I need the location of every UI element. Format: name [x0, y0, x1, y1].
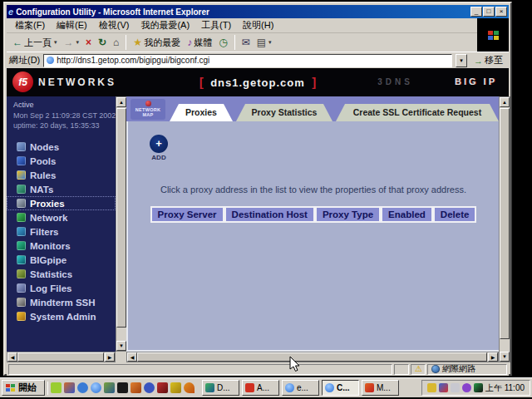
quicklaunch-icon[interactable] [51, 382, 62, 393]
sidebar-item-label: Rules [30, 170, 56, 180]
stop-button[interactable]: × [82, 37, 95, 48]
taskbar-window-button[interactable]: e... [282, 380, 319, 396]
taskbar-window-button[interactable]: A... [242, 380, 279, 396]
print-dropdown-icon[interactable]: ▾ [268, 39, 272, 46]
quick-launch [51, 382, 195, 393]
banner-link-3dns[interactable]: 3DNS [377, 77, 413, 86]
go-button[interactable]: → 移至 [470, 53, 506, 67]
sidebar-item-pools[interactable]: Pools [7, 154, 116, 168]
back-dropdown-icon[interactable]: ▾ [54, 39, 57, 46]
scroll-left-icon[interactable]: ◀ [7, 352, 17, 362]
status-pane [394, 364, 409, 375]
column-proxy-type[interactable]: Proxy Type [315, 206, 381, 223]
menu-favorites[interactable]: 我的最愛(A) [135, 18, 195, 32]
print-button[interactable]: ▤ ▾ [254, 37, 275, 48]
tab-proxy-statistics[interactable]: Proxy Statistics [236, 104, 332, 121]
tray-icon[interactable] [427, 383, 436, 392]
quicklaunch-icon[interactable] [157, 382, 168, 393]
forward-dropdown-icon[interactable]: ▾ [76, 39, 80, 46]
scroll-up-icon[interactable]: ▲ [500, 97, 510, 107]
scrollbar-thumb[interactable] [17, 352, 104, 362]
sidebar-hscrollbar[interactable]: ◀ ▶ [7, 352, 116, 362]
history-button[interactable]: ◷ [215, 37, 230, 48]
close-button[interactable]: × [495, 7, 507, 17]
scrollbar-thumb[interactable] [116, 108, 126, 328]
scroll-up-icon[interactable]: ▲ [116, 97, 126, 107]
column-proxy-server[interactable]: Proxy Server [150, 206, 224, 223]
quicklaunch-icon[interactable] [91, 382, 101, 393]
scroll-right-icon[interactable]: ▶ [488, 352, 498, 362]
rules-icon [17, 170, 26, 180]
start-button[interactable]: 開始 [2, 380, 45, 396]
quicklaunch-icon[interactable] [144, 382, 155, 393]
sidebar-item-nodes[interactable]: Nodes [7, 140, 116, 154]
scroll-down-icon[interactable]: ▼ [116, 341, 126, 351]
menu-tools[interactable]: 工具(T) [196, 18, 236, 32]
bigpipe-icon [17, 255, 26, 264]
quicklaunch-icon[interactable] [184, 382, 195, 393]
tray-icon[interactable] [474, 383, 483, 392]
sidebar-item-nats[interactable]: NATs [7, 182, 116, 196]
banner-link-bigip[interactable]: BIG IP [455, 76, 497, 86]
page-scrollbar[interactable]: ▲ ▼ [499, 96, 510, 362]
address-input[interactable]: http://dns1.getop.com/bigipgui/bigconf.c… [43, 54, 452, 67]
quicklaunch-icon[interactable] [117, 382, 128, 393]
address-dropdown-icon[interactable]: ▾ [456, 54, 467, 67]
menu-view[interactable]: 檢視(V) [94, 18, 135, 32]
scrollbar-thumb[interactable] [500, 108, 510, 339]
menu-help[interactable]: 說明(H) [238, 18, 278, 32]
task-label: M... [377, 383, 391, 392]
scrollbar-thumb[interactable] [137, 352, 487, 362]
sidebar-item-network[interactable]: Network [7, 210, 116, 224]
favorites-icon: ★ [133, 37, 142, 47]
sidebar-item-bigpipe[interactable]: BIGpipe [7, 253, 116, 267]
sidebar-item-log-files[interactable]: Log Files [7, 281, 116, 295]
favorites-button[interactable]: ★ 我的最愛 [130, 36, 184, 50]
quicklaunch-icon[interactable] [104, 382, 115, 393]
scroll-down-icon[interactable]: ▼ [500, 352, 510, 362]
status-active: Active [13, 101, 111, 109]
quicklaunch-icon[interactable] [131, 382, 141, 393]
forward-button[interactable]: → ▾ [61, 37, 83, 48]
tray-icon[interactable] [462, 383, 471, 392]
taskbar-window-button[interactable]: D... [202, 380, 239, 396]
sidebar-item-system-admin[interactable]: System Admin [7, 309, 116, 323]
sidebar-item-statistics[interactable]: Statistics [7, 267, 116, 281]
tab-create-ssl-certificate-request[interactable]: Create SSL Certificate Request [336, 104, 499, 121]
column-delete[interactable]: Delete [433, 206, 477, 223]
sidebar-item-rules[interactable]: Rules [7, 168, 116, 182]
quicklaunch-icon[interactable] [170, 382, 181, 393]
quicklaunch-icon[interactable] [64, 382, 75, 393]
tray-icon[interactable] [451, 383, 460, 392]
menu-file[interactable]: 檔案(F) [10, 18, 50, 32]
network-icon [17, 213, 26, 222]
title-bar[interactable]: e Configuration Utility - Microsoft Inte… [7, 5, 509, 18]
sidebar-item-proxies[interactable]: Proxies [7, 196, 116, 210]
column-enabled[interactable]: Enabled [381, 206, 433, 223]
sidebar-item-mindterm-ssh[interactable]: Mindterm SSH [7, 295, 116, 309]
quicklaunch-icon[interactable] [77, 382, 88, 393]
sidebar-item-filters[interactable]: Filters [7, 224, 116, 239]
scroll-left-icon[interactable]: ◀ [127, 352, 137, 362]
add-proxy-button[interactable]: + ADD [146, 135, 171, 161]
tab-proxies[interactable]: Proxies [170, 104, 233, 121]
page-hscrollbar[interactable]: ◀ ▶ [126, 352, 499, 362]
sidebar-item-monitors[interactable]: Monitors [7, 239, 116, 253]
media-button[interactable]: ♪ 媒體 [184, 36, 215, 50]
scroll-right-icon[interactable]: ▶ [105, 352, 115, 362]
tray-icon[interactable] [439, 383, 448, 392]
nats-icon [17, 185, 26, 194]
taskbar-window-button-active[interactable]: C... [322, 380, 359, 396]
home-button[interactable]: ⌂ [110, 37, 122, 48]
mail-button[interactable]: ✉ [239, 37, 254, 48]
menu-edit[interactable]: 編輯(E) [52, 18, 92, 32]
column-destination-host[interactable]: Destination Host [224, 206, 315, 223]
refresh-button[interactable]: ↻ [95, 37, 110, 48]
network-map-button[interactable]: NETWORK MAP [131, 99, 165, 120]
back-button[interactable]: ← 上一頁 ▾ [9, 36, 61, 50]
taskbar-window-button[interactable]: M... [362, 380, 399, 396]
minimize-button[interactable]: _ [470, 7, 482, 17]
maximize-button[interactable]: □ [483, 7, 495, 17]
sidebar-scrollbar[interactable]: ▲ ▼ [116, 96, 127, 352]
windows-flag-icon [486, 28, 500, 42]
